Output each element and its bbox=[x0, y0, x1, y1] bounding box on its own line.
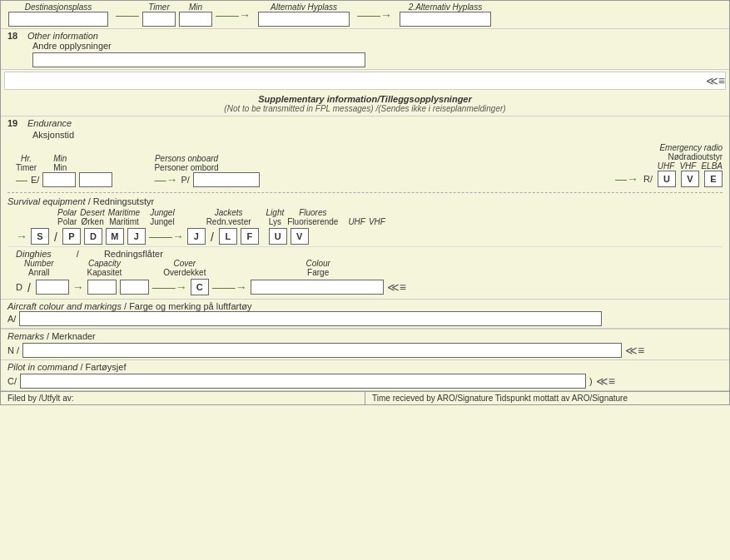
aircraft-colour-input-row: A/ bbox=[7, 311, 723, 326]
elba-box[interactable]: E bbox=[704, 171, 723, 187]
surv-vhf-box[interactable]: V bbox=[291, 228, 309, 245]
remarks-scroll-icon[interactable]: ≪≡ bbox=[625, 344, 644, 357]
destination-input[interactable] bbox=[8, 12, 108, 27]
uhf-box[interactable]: U bbox=[658, 171, 676, 187]
aircraft-colour-section: Aircraft colour and markings / Farge og … bbox=[1, 300, 729, 329]
aircraft-colour-sublabel: Farge og merking på luftfartøy bbox=[129, 301, 251, 311]
dinghies-arrow3: ——→ bbox=[212, 280, 247, 294]
jungel-label: Jungel bbox=[150, 208, 174, 217]
remarks-input[interactable] bbox=[22, 343, 622, 358]
dinghies-cover-label-group: Cover Overdekket bbox=[163, 259, 206, 277]
fluores-col: Fluores Fluoriserende bbox=[287, 208, 338, 226]
jungel-box[interactable]: J bbox=[127, 228, 146, 245]
surv-vhf-col: VHF bbox=[369, 217, 385, 226]
surv-uhf-box[interactable]: U bbox=[269, 228, 287, 245]
s-arrow: → bbox=[16, 230, 27, 243]
min-endurance-label: Min bbox=[53, 154, 67, 163]
supp-main-label: Supplementary information/Tilleggsopplys… bbox=[3, 94, 727, 104]
dinghies-scroll-icon[interactable]: ≪≡ bbox=[387, 280, 406, 294]
endurance-persons-row: Hr. Timer Min Min — E/ bbox=[7, 140, 723, 191]
pilot-scroll-icon[interactable]: ≪≡ bbox=[596, 374, 615, 388]
remarks-sublabel: Merknader bbox=[52, 331, 96, 341]
hr-label: Hr. bbox=[21, 154, 32, 163]
r-arrow: —→ bbox=[615, 172, 638, 186]
dinghies-capacity-input1[interactable] bbox=[87, 280, 117, 295]
min-input[interactable] bbox=[179, 12, 212, 27]
dinghies-cover-sublabel: Overdekket bbox=[163, 268, 206, 277]
remarks-section: Remarks / Merknader N / ≪≡ bbox=[1, 329, 729, 360]
pilot-close-paren: ) bbox=[589, 376, 593, 386]
time-received-col: Time recieved by ARO/Signature Tidspunkt… bbox=[365, 392, 729, 404]
alt-hyplass-label: Alternativ Hyplass bbox=[271, 2, 337, 12]
pilot-input[interactable] bbox=[20, 374, 586, 389]
dinghies-capacity-sublabel: Kapasitet bbox=[87, 268, 122, 277]
sec19-number: 19 bbox=[7, 118, 24, 128]
c-prefix: C/ bbox=[7, 376, 17, 386]
dinghies-number-input[interactable] bbox=[36, 280, 69, 295]
emerg-radio-title: Emergency radio bbox=[659, 143, 723, 152]
top-row: Destinasjonsplass —— Timer Min ——→ Alter… bbox=[1, 1, 729, 29]
d-prefix: D bbox=[16, 282, 22, 292]
aksjonstid-label: Aksjonstid bbox=[32, 130, 74, 140]
alt-hyplass2-group: 2.Alternativ Hyplass bbox=[395, 2, 495, 27]
hr-group: Hr. Timer bbox=[16, 154, 37, 172]
jackets-box[interactable]: J bbox=[187, 228, 206, 245]
persons-label: Persons onboard bbox=[155, 154, 218, 163]
light-box[interactable]: L bbox=[219, 228, 237, 245]
hr-input[interactable] bbox=[42, 172, 76, 187]
pilot-slash: / bbox=[80, 362, 82, 372]
fluores-label: Fluores bbox=[299, 208, 326, 217]
colour-input[interactable] bbox=[251, 280, 384, 295]
fluores-box[interactable]: F bbox=[241, 228, 259, 245]
dinghies-number-label: Number bbox=[24, 259, 54, 268]
dinghies-capacity-label-group: Capacity Kapasitet bbox=[87, 259, 122, 277]
dinghies-capacity-input2[interactable] bbox=[120, 280, 149, 295]
min-label: Min bbox=[189, 2, 202, 12]
s-box[interactable]: S bbox=[31, 228, 49, 245]
timer-label: Timer bbox=[148, 2, 169, 12]
desert-box[interactable]: D bbox=[84, 228, 102, 245]
uhf-label: UHF bbox=[658, 161, 675, 171]
min-endurance-input[interactable] bbox=[79, 172, 112, 187]
dinghies-number-label-group: Number Anrall bbox=[24, 259, 54, 277]
p-prefix: P/ bbox=[181, 175, 189, 185]
vhf-box[interactable]: V bbox=[681, 171, 699, 187]
alt-hyplass2-input[interactable] bbox=[400, 12, 491, 27]
alt-hyplass2-label: 2.Alternativ Hyplass bbox=[409, 2, 482, 12]
elba-label-group: ELBA bbox=[701, 161, 723, 171]
polar-col: Polar Polar bbox=[57, 208, 77, 226]
s-slash: / bbox=[54, 230, 57, 245]
timer-input[interactable] bbox=[142, 12, 176, 27]
aircraft-colour-label: Aircraft colour and markings bbox=[7, 301, 122, 311]
maritime-label: Maritime bbox=[108, 208, 140, 217]
light-col: Light Lys bbox=[266, 208, 285, 226]
cover-box[interactable]: C bbox=[191, 279, 209, 295]
pilot-label: Pilot in command bbox=[7, 362, 77, 372]
destination-label: Destinasjonsplass bbox=[25, 2, 92, 12]
aircraft-colour-input[interactable] bbox=[19, 311, 602, 326]
endurance-label: Endurance bbox=[27, 118, 72, 128]
dinghies-arrow: → bbox=[72, 280, 84, 294]
sec18-input[interactable] bbox=[32, 52, 365, 67]
alt-hyplass-input[interactable] bbox=[258, 12, 350, 27]
dinghies-colour-label: Colour bbox=[305, 259, 330, 268]
polar-box[interactable]: P bbox=[62, 228, 81, 245]
scroll-back-icon[interactable]: ≪≡ bbox=[706, 74, 725, 87]
desert-label: Desert bbox=[80, 208, 104, 217]
vhf-label: VHF bbox=[679, 161, 696, 171]
remarks-label: Remarks bbox=[7, 331, 44, 341]
persons-input[interactable] bbox=[193, 172, 260, 187]
persons-group: Persons onboard Personer ombord bbox=[154, 154, 218, 172]
sec18-sublabel: Andre opplysninger bbox=[32, 41, 112, 51]
arrow-right-3: ——→ bbox=[357, 8, 392, 22]
min-group: Min Min bbox=[53, 154, 67, 172]
min-sublabel: Min bbox=[53, 163, 67, 172]
emerg-radio-subtitle: Nødradioutstyr bbox=[668, 152, 723, 161]
sec18-number: 18 bbox=[7, 31, 24, 41]
maritime-box[interactable]: M bbox=[106, 228, 124, 245]
sec18-label: Other information bbox=[27, 31, 98, 41]
pilot-input-row: C/ ) ≪≡ bbox=[7, 374, 723, 389]
polar-label: Polar bbox=[57, 208, 77, 217]
dinghies-cover-label: Cover bbox=[163, 259, 206, 268]
jungel-col: Jungel Jungel bbox=[150, 208, 174, 226]
